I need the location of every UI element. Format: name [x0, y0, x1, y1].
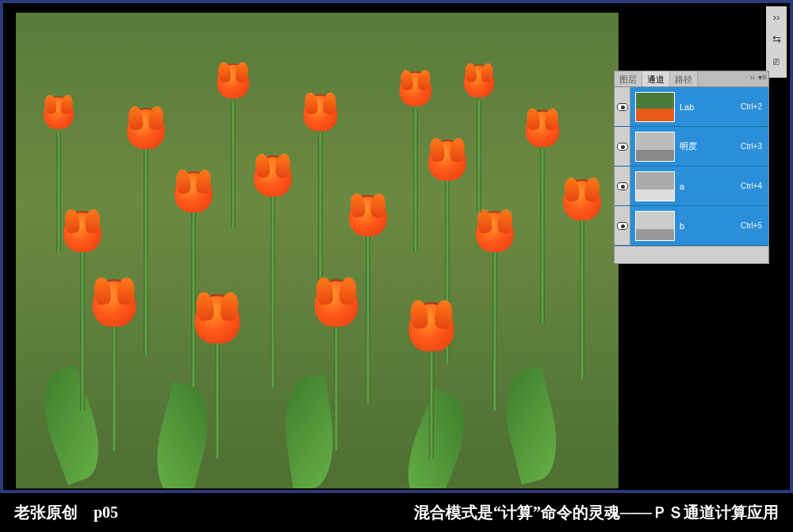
channel-shortcut: Ctrl+5	[741, 221, 768, 230]
caption-right: 混合模式是“计算”命令的灵魂——ＰＳ通道计算应用	[414, 502, 779, 523]
channel-list: LabCtrl+2明度Ctrl+3aCtrl+4bCtrl+5	[615, 87, 768, 246]
tulip-decoration	[214, 60, 252, 228]
channel-row[interactable]: aCtrl+4	[615, 166, 768, 206]
tulip-decoration	[198, 298, 236, 458]
channel-thumbnail	[635, 171, 675, 201]
channel-thumbnail	[635, 92, 675, 122]
channel-name: Lab	[680, 102, 741, 112]
tulip-decoration	[40, 92, 78, 252]
channel-name: 明度	[680, 140, 741, 152]
tulip-decoration	[476, 211, 514, 411]
eye-icon	[617, 182, 628, 190]
caption-bar: 老张原创 p05 混合模式是“计算”命令的灵魂——ＰＳ通道计算应用	[0, 493, 793, 532]
tab-layers[interactable]: 图层	[615, 71, 642, 86]
tab-channels[interactable]: 通道	[642, 71, 670, 86]
channels-panel: 图层 通道 路径 ›› ▾≡ LabCtrl+2明度Ctrl+3aCtrl+4b…	[614, 71, 769, 264]
toolbar-tool-b[interactable]: ⎚	[768, 52, 785, 70]
tulip-decoration	[254, 155, 292, 387]
collapsed-toolbar: ›› ⇆ ⎚	[766, 6, 787, 78]
channel-thumbnail	[635, 211, 675, 241]
channel-shortcut: Ctrl+3	[741, 142, 768, 151]
visibility-toggle[interactable]	[615, 206, 630, 245]
channel-name: a	[680, 182, 741, 191]
panel-footer	[615, 246, 768, 263]
channel-shortcut: Ctrl+2	[741, 102, 768, 111]
channel-row[interactable]: bCtrl+5	[615, 206, 768, 246]
panel-options-icon[interactable]: ▾≡	[758, 73, 767, 82]
caption-page: p05	[94, 503, 118, 521]
tulip-decoration	[460, 60, 498, 212]
app-frame: ›› ⇆ ⎚ 图层 通道 路径 ›› ▾≡ LabCtrl+2明度Ctrl+3a…	[0, 0, 793, 493]
channel-row[interactable]: 明度Ctrl+3	[615, 127, 768, 166]
tulip-decoration	[95, 282, 133, 450]
image-canvas[interactable]	[16, 13, 619, 488]
channel-name: b	[680, 221, 741, 231]
panel-tabs: 图层 通道 路径 ›› ▾≡	[615, 71, 768, 87]
tulip-decoration	[301, 92, 339, 292]
visibility-toggle[interactable]	[615, 127, 630, 166]
toolbar-tool-a[interactable]: ⇆	[768, 30, 785, 48]
tulip-decoration	[317, 282, 355, 450]
tulip-decoration	[523, 108, 561, 323]
caption-author: 老张原创	[14, 503, 78, 521]
eye-icon	[617, 143, 628, 151]
tulip-decoration	[412, 306, 450, 458]
visibility-toggle[interactable]	[615, 87, 630, 126]
panel-collapse-icon[interactable]: ››	[749, 73, 755, 82]
eye-icon	[617, 103, 628, 111]
tulip-decoration	[563, 179, 601, 379]
channel-row[interactable]: LabCtrl+2	[615, 87, 768, 127]
channel-thumbnail	[635, 132, 675, 162]
eye-icon	[617, 222, 628, 230]
toolbar-collapse-icon[interactable]: ››	[768, 8, 785, 25]
visibility-toggle[interactable]	[615, 166, 630, 205]
caption-left: 老张原创 p05	[14, 502, 118, 523]
tab-paths[interactable]: 路径	[670, 71, 698, 86]
channel-shortcut: Ctrl+4	[741, 182, 768, 190]
